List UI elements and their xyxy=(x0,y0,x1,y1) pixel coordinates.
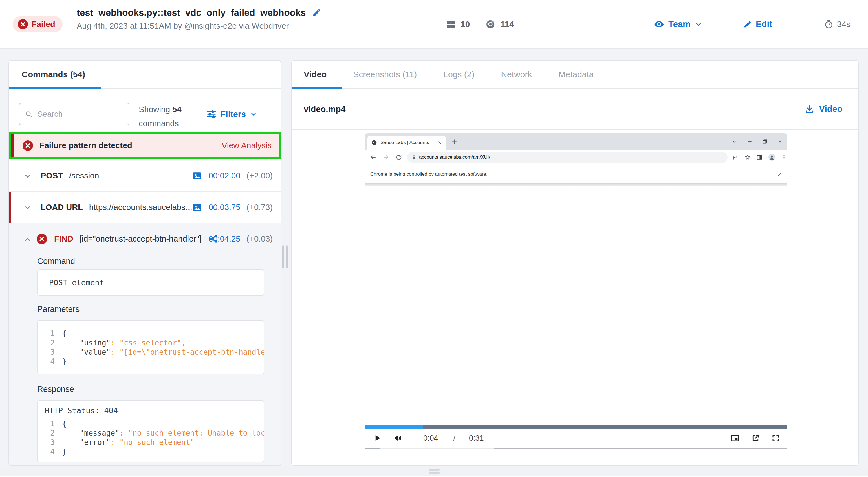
test-duration: 34s xyxy=(824,0,850,49)
download-video-button[interactable]: Video xyxy=(805,89,843,129)
fullscreen-icon[interactable] xyxy=(772,434,780,442)
tab-close-icon xyxy=(438,141,442,145)
stopwatch-icon xyxy=(824,20,834,29)
code-line: 4} xyxy=(44,357,264,366)
duration-value: 34s xyxy=(837,20,850,29)
platform-info: 10 114 xyxy=(446,0,514,49)
window-menu-icon xyxy=(732,139,737,144)
tab-network[interactable]: Network xyxy=(501,70,532,79)
screenshot-icon[interactable] xyxy=(192,202,202,213)
tab-screenshots[interactable]: Screenshots (11) xyxy=(353,70,417,79)
edit-button[interactable]: Edit xyxy=(743,0,772,49)
command-row-find[interactable]: FIND [id="onetrust-accept-btn-handler"] … xyxy=(9,223,281,255)
download-icon xyxy=(805,104,814,114)
tab-metadata[interactable]: Metadata xyxy=(558,70,594,79)
url-text: accounts.saucelabs.com/am/XUI/ xyxy=(419,155,490,160)
test-header: Failed test_webhooks.py::test_vdc_only_f… xyxy=(0,0,868,49)
tab-logs[interactable]: Logs (2) xyxy=(443,70,474,79)
play-button[interactable] xyxy=(373,434,381,442)
command-time: 00:03.75 xyxy=(208,203,240,212)
chevron-down-icon xyxy=(694,20,703,28)
chevron-down-icon[interactable] xyxy=(24,204,32,212)
filters-dropdown[interactable]: Filters xyxy=(207,102,257,126)
command-target: /session xyxy=(69,171,99,181)
os-version: 10 xyxy=(461,20,470,29)
forward-icon xyxy=(383,154,390,161)
window-restore-icon xyxy=(762,139,768,144)
automation-infobar: Chrome is being controlled by automated … xyxy=(365,165,787,183)
status-badge-label: Failed xyxy=(32,20,55,29)
command-delta: (+0.73) xyxy=(246,203,273,212)
command-delta: (+0.03) xyxy=(246,234,273,244)
eye-icon xyxy=(654,19,664,30)
browser-tab: Sauce Labs | Accounts xyxy=(367,136,446,150)
view-analysis-link[interactable]: View Analysis xyxy=(222,141,272,150)
time-separator: / xyxy=(454,434,456,443)
address-bar: accounts.saucelabs.com/am/XUI/ xyxy=(407,152,727,163)
http-status: HTTP Status: 404 xyxy=(44,406,264,415)
video-seek-bar[interactable] xyxy=(365,424,787,428)
picture-in-picture-icon[interactable] xyxy=(731,434,739,443)
chevron-down-icon[interactable] xyxy=(24,172,32,180)
code-line: 3 "error": "no such element" xyxy=(44,438,264,447)
window-controls xyxy=(732,133,783,150)
video-frame-scrollbar xyxy=(365,448,787,449)
window-close-icon xyxy=(777,139,783,144)
chevron-down-icon xyxy=(250,110,257,118)
lock-icon xyxy=(412,155,416,160)
code-line: 2 "message": "no such element: Unable to… xyxy=(44,428,264,438)
status-badge: Failed xyxy=(13,16,63,32)
command-search[interactable] xyxy=(19,103,129,125)
video-current-time: 0:04 xyxy=(423,434,438,443)
alert-left-accent xyxy=(11,134,14,157)
open-in-new-icon[interactable] xyxy=(751,434,760,442)
edit-label: Edit xyxy=(756,19,772,29)
tab-video[interactable]: Video xyxy=(304,70,327,79)
back-icon xyxy=(370,154,376,161)
parameters-code-box: 1{ 2 "using": "css selector", 3 "value":… xyxy=(37,320,264,374)
failure-pattern-alert: Failure pattern detected View Analysis xyxy=(9,132,281,159)
reload-icon xyxy=(396,154,402,161)
screenshot-icon[interactable] xyxy=(192,170,202,181)
command-method: LOAD URL xyxy=(41,203,83,212)
rename-pencil-icon[interactable] xyxy=(312,8,321,18)
search-icon xyxy=(25,110,32,118)
visibility-team-dropdown[interactable]: Team xyxy=(654,0,703,49)
volume-icon[interactable] xyxy=(393,434,402,443)
video-controls: 0:04 / 0:31 xyxy=(365,428,787,448)
window-minimize-icon xyxy=(747,139,752,144)
filters-label: Filters xyxy=(220,109,246,119)
command-target: https://accounts.saucelabs... xyxy=(89,203,192,212)
code-line: 1{ xyxy=(44,329,264,338)
chrome-icon xyxy=(486,20,495,29)
page-title: test_webhooks.py::test_vdc_only_failed_w… xyxy=(77,7,306,18)
command-method: FIND xyxy=(54,234,73,244)
command-value: POST element xyxy=(49,278,104,287)
commands-panel: Commands (54) Showing 54 commands Filter… xyxy=(8,60,281,466)
test-meta: Aug 4th, 2023 at 11:51AM by @insights-e2… xyxy=(77,22,321,31)
command-row-load-url[interactable]: LOAD URL https://accounts.saucelabs... 0… xyxy=(9,192,281,223)
video-duration: 0:31 xyxy=(469,434,484,443)
bookmark-star-icon xyxy=(744,154,751,160)
panel-resize-handle[interactable] xyxy=(282,245,288,268)
command-section-label: Command xyxy=(37,257,75,266)
horizontal-resize-handle[interactable] xyxy=(429,469,440,475)
command-time: 00:04.25 xyxy=(208,234,240,244)
chevron-up-icon[interactable] xyxy=(24,235,32,243)
video-file-name: video.mp4 xyxy=(304,89,345,129)
command-value-box: POST element xyxy=(37,269,264,296)
browser-tab-strip: Sauce Labs | Accounts xyxy=(365,133,787,150)
video-frame-content xyxy=(365,186,787,424)
browser-version: 114 xyxy=(500,20,514,29)
code-line: 4} xyxy=(44,447,264,456)
search-input[interactable] xyxy=(37,109,123,119)
video-player[interactable]: Sauce Labs | Accounts accounts.saucelabs… xyxy=(365,133,787,449)
filters-icon xyxy=(207,109,217,119)
command-time: 00:02.00 xyxy=(208,171,240,181)
code-line: 1{ xyxy=(44,419,264,428)
new-tab-icon xyxy=(452,139,457,145)
windows-icon xyxy=(446,20,456,29)
command-target: [id="onetrust-accept-btn-handler"] xyxy=(80,234,202,244)
tab-commands[interactable]: Commands (54) xyxy=(22,70,85,79)
command-row-post-session[interactable]: POST /session 00:02.00 (+2.00) xyxy=(9,160,281,192)
